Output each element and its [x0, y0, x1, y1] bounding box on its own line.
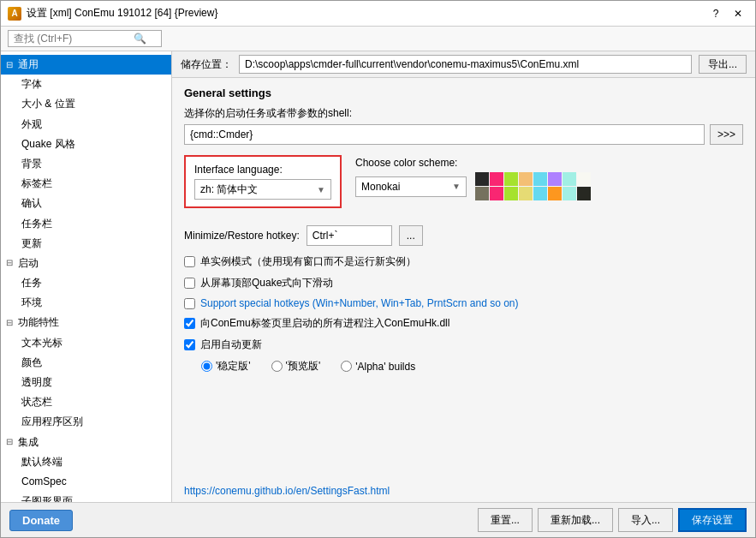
app-icon: A — [8, 7, 21, 21]
sidebar-item-subfont[interactable]: 子图形界面 — [1, 492, 171, 502]
radio-preview: '预览版' — [271, 359, 321, 374]
sidebar-item-label: 大小 & 位置 — [21, 96, 75, 112]
language-group: Interface language: zh: 简体中文 ▼ — [194, 164, 331, 200]
bottom-actions: 重置... 重新加载... 导入... 保存设置 — [478, 508, 747, 532]
hotkey-input[interactable] — [307, 225, 392, 246]
color-cell — [563, 172, 576, 186]
checkbox-5-label: 启用自动更新 — [200, 338, 262, 352]
shell-input[interactable] — [184, 124, 705, 145]
lang-select[interactable]: zh: 简体中文 ▼ — [194, 179, 331, 200]
sidebar-item-update[interactable]: 更新 — [1, 234, 171, 254]
color-cell — [475, 187, 489, 200]
search-icon: 🔍 — [134, 33, 146, 45]
color-cell — [577, 172, 591, 186]
checkbox-row-3: Support special hotkeys (Win+Number, Win… — [184, 297, 743, 309]
storage-label: 储存位置： — [181, 57, 232, 72]
checkbox-1-label: 单实例模式（使用现有窗口而不是运行新实例） — [200, 254, 416, 269]
window-controls: ? ✕ — [705, 4, 748, 23]
chevron-down-icon: ▼ — [317, 185, 325, 194]
single-instance-checkbox[interactable] — [184, 256, 195, 267]
main-window: A 设置 [xml] ConEmu 191012 [64] {Preview} … — [0, 0, 756, 538]
color-scheme-row: Monokai ▼ — [355, 172, 591, 200]
sidebar-item-integration[interactable]: ⊟ 集成 — [1, 433, 171, 452]
donate-button[interactable]: Donate — [9, 510, 73, 531]
sidebar-item-features[interactable]: ⊟ 功能特性 — [1, 313, 171, 332]
export-button[interactable]: 导出... — [699, 55, 747, 74]
color-cell — [548, 172, 562, 186]
sidebar-item-label: 字体 — [21, 76, 42, 93]
sidebar-item-statusbar[interactable]: 状态栏 — [1, 392, 171, 412]
radio-alpha-input[interactable] — [341, 361, 352, 372]
color-scheme-select[interactable]: Monokai ▼ — [355, 176, 467, 197]
sidebar-item-comspec[interactable]: ComSpec — [1, 472, 171, 492]
checkbox-2-label: 从屏幕顶部Quake式向下滑动 — [200, 276, 333, 290]
expand-icon: ⊟ — [6, 435, 15, 449]
sidebar-item-label: 默认终端 — [21, 454, 63, 470]
radio-stable-input[interactable] — [201, 361, 212, 372]
radio-preview-input[interactable] — [271, 361, 283, 372]
settings-fast-link[interactable]: https://conemu.github.io/en/SettingsFast… — [172, 480, 755, 502]
import-button[interactable]: 导入... — [618, 508, 673, 532]
shell-label: 选择你的启动任务或者带参数的shell: — [184, 106, 743, 121]
color-cell — [490, 187, 503, 200]
checkbox-4-label: 向ConEmu标签页里启动的所有进程注入ConEmuHk.dll — [200, 316, 449, 331]
storage-path-input[interactable] — [239, 55, 692, 74]
toolbar: 🔍 — [1, 27, 755, 51]
sidebar-item-label: 颜色 — [21, 355, 42, 371]
save-button[interactable]: 保存设置 — [678, 508, 747, 532]
help-button[interactable]: ? — [705, 4, 726, 23]
bottom-bar: Donate 重置... 重新加载... 导入... 保存设置 — [1, 502, 755, 537]
window-title: 设置 [xml] ConEmu 191012 [64] {Preview} — [27, 6, 705, 21]
sidebar-item-default-term[interactable]: 默认终端 — [1, 452, 171, 472]
sidebar-item-confirm[interactable]: 确认 — [1, 194, 171, 213]
color-scheme-label: Choose color scheme: — [355, 157, 591, 169]
sidebar-item-tabs[interactable]: 标签栏 — [1, 174, 171, 194]
sidebar-item-appearance[interactable]: 外观 — [1, 115, 171, 134]
main-content: ⊟ 通用 字体 大小 & 位置 外观 Quake 风格 背景 标签栏 确认 任务… — [1, 51, 755, 502]
sidebar-item-startup[interactable]: ⊟ 启动 — [1, 254, 171, 273]
sidebar-item-app-distinct[interactable]: 应用程序区别 — [1, 412, 171, 432]
color-cell — [548, 187, 562, 200]
title-bar: A 设置 [xml] ConEmu 191012 [64] {Preview} … — [1, 1, 755, 27]
checkbox-row-1: 单实例模式（使用现有窗口而不是运行新实例） — [184, 254, 743, 269]
update-channel-row: '稳定版' '预览版' 'Alpha' builds — [184, 359, 743, 374]
sidebar-item-label: 文本光标 — [21, 335, 63, 351]
language-colorscheme-box: Interface language: zh: 简体中文 ▼ — [184, 155, 342, 208]
search-input[interactable] — [14, 33, 134, 45]
sidebar-item-colors[interactable]: 颜色 — [1, 353, 171, 373]
sidebar-item-taskbar[interactable]: 任务栏 — [1, 214, 171, 234]
reload-button[interactable]: 重新加载... — [538, 508, 613, 532]
close-button[interactable]: ✕ — [728, 4, 748, 23]
sidebar-item-text-cursor[interactable]: 文本光标 — [1, 333, 171, 353]
sidebar-item-quake[interactable]: Quake 风格 — [1, 134, 171, 154]
lang-label: Interface language: — [194, 164, 331, 176]
hotkey-more-button[interactable]: ... — [399, 225, 423, 246]
sidebar-item-label: Quake 风格 — [21, 136, 75, 152]
color-cell — [504, 187, 518, 200]
sidebar-item-transparency[interactable]: 透明度 — [1, 373, 171, 392]
color-cell — [519, 187, 533, 200]
inject-dll-checkbox[interactable] — [184, 318, 195, 329]
sidebar-item-size-pos[interactable]: 大小 & 位置 — [1, 94, 171, 114]
color-cell — [519, 172, 533, 186]
sidebar-item-label: 确认 — [21, 195, 42, 212]
color-cell — [563, 187, 576, 200]
checkbox-row-4: 向ConEmu标签页里启动的所有进程注入ConEmuHk.dll — [184, 316, 743, 331]
radio-alpha-label: 'Alpha' builds — [355, 361, 415, 373]
sidebar-item-general[interactable]: ⊟ 通用 — [1, 55, 171, 75]
sidebar-item-tasks[interactable]: 任务 — [1, 273, 171, 293]
color-cell — [533, 172, 547, 186]
sidebar-item-label: 子图形界面 — [21, 493, 73, 502]
sidebar-item-environment[interactable]: 环境 — [1, 293, 171, 313]
reset-button[interactable]: 重置... — [478, 508, 533, 532]
sidebar-item-font[interactable]: 字体 — [1, 75, 171, 94]
special-hotkeys-checkbox[interactable] — [184, 298, 195, 309]
auto-update-checkbox[interactable] — [184, 339, 195, 350]
sidebar-item-background[interactable]: 背景 — [1, 154, 171, 174]
sidebar-item-label: 背景 — [21, 156, 42, 172]
color-cell — [475, 172, 489, 186]
quake-scroll-checkbox[interactable] — [184, 278, 195, 289]
shell-more-button[interactable]: >>> — [710, 124, 743, 145]
sidebar-item-label: 状态栏 — [21, 394, 52, 410]
expand-icon: ⊟ — [6, 58, 15, 72]
